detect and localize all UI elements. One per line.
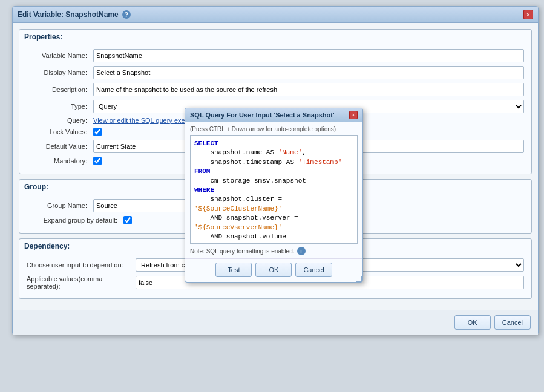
resize-handle[interactable] — [356, 276, 362, 282]
group-name-label: Group Name: — [27, 202, 93, 209]
sql-popup-hint: (Press CTRL + Down arrow for auto-comple… — [185, 122, 362, 135]
sql-popup-footer: Test OK Cancel — [185, 258, 362, 282]
cancel-button[interactable]: Cancel — [494, 315, 531, 330]
dialog-title: Edit Variable: SnapshotName ? — [18, 10, 131, 19]
lock-values-label: Lock Values: — [27, 128, 93, 136]
sql-popup-title: SQL Query For User Input 'Select a Snaps… — [190, 111, 335, 119]
mandatory-label: Mandatory: — [27, 157, 93, 165]
sql-cancel-button[interactable]: Cancel — [295, 263, 332, 277]
variable-name-input[interactable] — [93, 49, 524, 62]
properties-section-title: Properties: — [19, 30, 531, 44]
choose-depend-label: Choose user input to depend on: — [27, 261, 136, 269]
sql-line-volume: AND snapshot.volume = '${SourceVolumeNam… — [194, 232, 353, 244]
sql-note-text: Note: SQL query formatting is enabled. — [190, 248, 295, 255]
sql-line-cluster: snapshot.cluster = '${SourceClusterName}… — [194, 195, 353, 214]
sql-line-table: cm_storage_smsv.snapshot — [194, 177, 353, 186]
mandatory-checkbox[interactable] — [93, 157, 102, 165]
sql-popup-close-button[interactable]: × — [349, 111, 358, 119]
dialog-title-text: Edit Variable: SnapshotName — [18, 10, 119, 19]
group-name-input[interactable] — [93, 199, 190, 212]
info-icon[interactable]: i — [297, 247, 306, 255]
description-input[interactable] — [93, 83, 524, 96]
sql-query-popup: SQL Query For User Input 'Select a Snaps… — [185, 108, 363, 283]
sql-line-where: WHERE — [194, 186, 353, 195]
dialog-titlebar: Edit Variable: SnapshotName ? × — [13, 7, 538, 23]
sql-line-select: SELECT — [194, 139, 353, 148]
sql-code-area[interactable]: SELECT snapshot.name AS 'Name', snapshot… — [190, 135, 358, 244]
help-icon[interactable]: ? — [122, 10, 131, 19]
lock-values-checkbox[interactable] — [93, 128, 102, 136]
sql-line-from: FROM — [194, 167, 353, 176]
sql-line-timestamp: snapshot.timestamp AS 'Timestamp' — [194, 158, 353, 167]
sql-test-button[interactable]: Test — [215, 263, 252, 277]
ok-button[interactable]: OK — [454, 315, 491, 330]
dialog-footer: OK Cancel — [13, 310, 538, 335]
sql-note: Note: SQL query formatting is enabled. i — [185, 244, 362, 258]
sql-line-vserver: AND snapshot.vserver = '${SourceVserverN… — [194, 214, 353, 232]
query-link[interactable]: View or edit the SQL query exec... — [93, 117, 194, 124]
query-label: Query: — [27, 117, 93, 124]
variable-name-label: Variable Name: — [27, 52, 93, 59]
sql-popup-titlebar: SQL Query For User Input 'Select a Snaps… — [185, 108, 362, 122]
applicable-values-label: Applicable values(comma separated): — [27, 275, 136, 290]
sql-line-name: snapshot.name AS 'Name', — [194, 148, 353, 157]
display-name-row: Display Name: — [27, 66, 524, 79]
expand-group-checkbox[interactable] — [123, 216, 132, 224]
default-value-label: Default Value: — [27, 143, 93, 150]
display-name-input[interactable] — [93, 66, 524, 79]
sql-ok-button[interactable]: OK — [255, 263, 292, 277]
dialog-close-button[interactable]: × — [523, 10, 533, 19]
expand-group-label: Expand group by default: — [27, 217, 123, 224]
description-label: Description: — [27, 86, 93, 93]
variable-name-row: Variable Name: — [27, 49, 524, 62]
description-row: Description: — [27, 83, 524, 96]
display-name-label: Display Name: — [27, 69, 93, 76]
type-label: Type: — [27, 103, 93, 110]
